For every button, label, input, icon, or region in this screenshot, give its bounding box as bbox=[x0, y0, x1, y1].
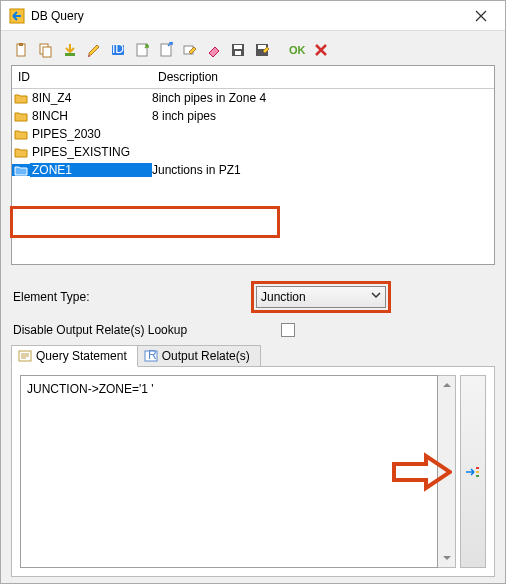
close-button[interactable] bbox=[461, 1, 501, 31]
svg-point-6 bbox=[88, 55, 90, 57]
scroll-down-icon[interactable] bbox=[438, 549, 455, 567]
svg-rect-10 bbox=[161, 44, 171, 56]
tab-relates-label: Output Relate(s) bbox=[162, 349, 250, 363]
list-body[interactable]: 8IN_Z48inch pipes in Zone 48INCH8 inch p… bbox=[12, 89, 494, 264]
list-row[interactable]: ZONE1Junctions in PZ1 bbox=[12, 161, 494, 179]
list-row[interactable]: PIPES_2030 bbox=[12, 125, 494, 143]
query-scrollbar[interactable] bbox=[438, 375, 456, 568]
tab-query-statement[interactable]: Query Statement bbox=[11, 345, 138, 367]
list-row[interactable]: 8INCH8 inch pipes bbox=[12, 107, 494, 125]
row-description: 8inch pipes in Zone 4 bbox=[152, 91, 494, 105]
element-type-combo[interactable]: Junction bbox=[256, 286, 386, 308]
copy-icon[interactable] bbox=[37, 41, 55, 59]
svg-text:ID: ID bbox=[112, 42, 124, 56]
tab-output-relates[interactable]: R Output Relate(s) bbox=[137, 345, 261, 367]
query-text-area[interactable] bbox=[20, 375, 438, 568]
ok-button[interactable]: OK bbox=[289, 41, 306, 59]
edit-pencil-icon[interactable] bbox=[85, 41, 103, 59]
row-description: 8 inch pipes bbox=[152, 109, 494, 123]
open-icon[interactable] bbox=[157, 41, 175, 59]
rename-icon[interactable] bbox=[181, 41, 199, 59]
row-id: 8IN_Z4 bbox=[30, 91, 152, 105]
row-id: PIPES_EXISTING bbox=[30, 145, 152, 159]
svg-rect-14 bbox=[235, 51, 241, 55]
svg-rect-21 bbox=[476, 471, 479, 473]
folder-icon bbox=[12, 146, 30, 158]
row-id: PIPES_2030 bbox=[30, 127, 152, 141]
svg-rect-5 bbox=[65, 53, 75, 56]
narrow-icon bbox=[464, 463, 482, 481]
tab-query-label: Query Statement bbox=[36, 349, 127, 363]
app-icon bbox=[9, 8, 25, 24]
svg-rect-2 bbox=[19, 43, 23, 46]
disable-lookup-checkbox[interactable] bbox=[281, 323, 295, 337]
titlebar: DB Query bbox=[1, 1, 505, 31]
element-type-row: Element Type: Junction bbox=[11, 281, 495, 313]
new-icon[interactable] bbox=[133, 41, 151, 59]
list-row[interactable]: 8IN_Z48inch pipes in Zone 4 bbox=[12, 89, 494, 107]
folder-icon bbox=[12, 92, 30, 104]
folder-icon bbox=[12, 164, 30, 176]
save-as-icon[interactable] bbox=[253, 41, 271, 59]
svg-rect-16 bbox=[258, 45, 266, 49]
sql-icon bbox=[18, 349, 32, 363]
folder-icon bbox=[12, 128, 30, 140]
toolbar: ID OK bbox=[11, 41, 495, 59]
chevron-down-icon bbox=[371, 290, 381, 300]
header-id[interactable]: ID bbox=[12, 66, 152, 88]
window-title: DB Query bbox=[31, 9, 461, 23]
svg-rect-9 bbox=[137, 44, 147, 56]
id-badge-icon[interactable]: ID bbox=[109, 41, 127, 59]
narrow-fields-button[interactable] bbox=[460, 375, 486, 568]
row-description: Junctions in PZ1 bbox=[152, 163, 494, 177]
svg-rect-20 bbox=[476, 467, 479, 469]
element-type-label: Element Type: bbox=[11, 290, 251, 304]
element-type-highlight: Junction bbox=[251, 281, 391, 313]
row-id: ZONE1 bbox=[30, 163, 152, 177]
svg-text:R: R bbox=[148, 349, 157, 362]
cancel-icon[interactable] bbox=[312, 41, 330, 59]
db-query-window: DB Query ID OK ID Description bbox=[0, 0, 506, 584]
list-row[interactable]: PIPES_EXISTING bbox=[12, 143, 494, 161]
paste-icon[interactable] bbox=[13, 41, 31, 59]
dialog-body: ID OK ID Description 8IN_Z48inch pipes i… bbox=[1, 31, 505, 583]
scroll-up-icon[interactable] bbox=[438, 376, 455, 394]
svg-rect-4 bbox=[43, 47, 51, 57]
header-description[interactable]: Description bbox=[152, 66, 494, 88]
list-header: ID Description bbox=[12, 66, 494, 89]
disable-lookup-label: Disable Output Relate(s) Lookup bbox=[11, 323, 281, 337]
erase-icon[interactable] bbox=[205, 41, 223, 59]
row-id: 8INCH bbox=[30, 109, 152, 123]
element-type-value: Junction bbox=[261, 290, 306, 304]
query-list[interactable]: ID Description 8IN_Z48inch pipes in Zone… bbox=[11, 65, 495, 265]
query-wrap bbox=[20, 375, 486, 568]
svg-rect-22 bbox=[476, 475, 479, 477]
folder-icon bbox=[12, 110, 30, 122]
disable-lookup-row: Disable Output Relate(s) Lookup bbox=[11, 323, 495, 337]
tabs: Query Statement R Output Relate(s) bbox=[11, 345, 495, 367]
import-icon[interactable] bbox=[61, 41, 79, 59]
svg-rect-13 bbox=[234, 45, 242, 49]
save-icon[interactable] bbox=[229, 41, 247, 59]
relate-icon: R bbox=[144, 349, 158, 363]
query-tab-page bbox=[11, 366, 495, 577]
